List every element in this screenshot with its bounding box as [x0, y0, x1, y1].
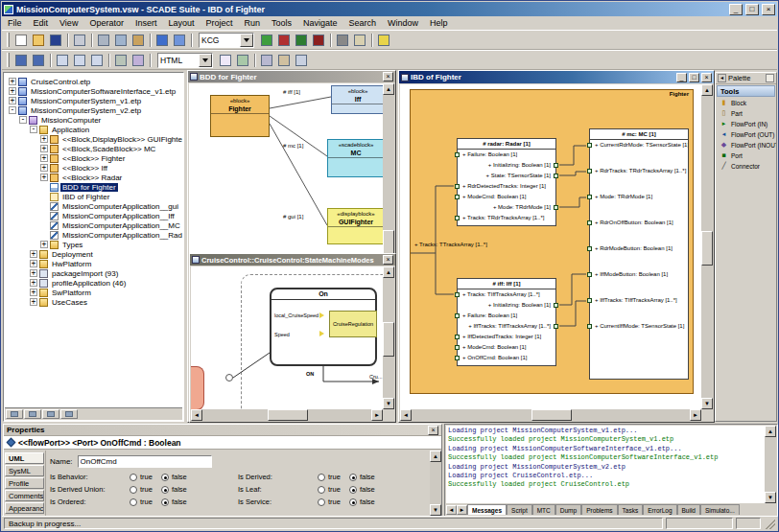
properties-scrollbar[interactable]: ▲▼ [430, 451, 441, 516]
tracks-flow-label[interactable]: + Tracks: TTracksArray [1..*] [414, 242, 487, 247]
tree-expander-icon[interactable]: - [19, 116, 27, 124]
stop-icon[interactable] [310, 32, 327, 48]
menu-item[interactable]: Tools [266, 17, 297, 29]
ibd-horizontal-scrollbar[interactable]: ◄► [400, 409, 701, 421]
undo-icon[interactable] [153, 32, 171, 48]
open-icon[interactable] [30, 32, 47, 48]
tree-expander-icon[interactable]: + [30, 289, 37, 296]
bdd-window-titlebar[interactable]: BDD for Fighter × [188, 71, 395, 82]
radio-false[interactable] [349, 474, 357, 481]
tree-item[interactable]: MissionComputerApplication__Iff [5, 211, 182, 220]
flowport[interactable]: + RdrDetectedTracks: Integer [1] [458, 181, 555, 192]
tree-expander-icon[interactable]: + [9, 87, 16, 95]
back-icon[interactable] [12, 52, 30, 68]
scroll-left-icon[interactable]: ◄ [191, 409, 202, 421]
flowport[interactable]: + Failure: Boolean [1] [458, 150, 555, 160]
flowport-icon[interactable] [455, 356, 460, 360]
flowport-icon[interactable] [455, 292, 460, 297]
flowport[interactable]: + Initializing: Boolean [1] [458, 160, 555, 171]
scroll-right-icon[interactable]: ► [371, 409, 383, 421]
flowport[interactable]: + OnOffCmd: Boolean [1] [458, 353, 555, 363]
scroll-thumb[interactable] [268, 409, 308, 421]
titlebar[interactable]: MissionComputerSystem.vsw - SCADE Suite … [2, 2, 777, 16]
redo-icon[interactable] [171, 32, 188, 48]
toolbar-separator[interactable] [188, 32, 195, 48]
state-on[interactable]: On local_CruiseSpeed Speed CruiseRegulat… [270, 288, 377, 366]
flowport[interactable]: + IffModeButton: Boolean [1] [590, 269, 688, 280]
scroll-up-icon[interactable]: ▲ [701, 84, 713, 96]
align-icon[interactable] [258, 52, 275, 68]
scroll-thumb[interactable] [531, 409, 572, 421]
palette-tool[interactable]: Part [716, 108, 776, 119]
flowport[interactable]: + IffTracks: TIffTracksArray [1..*] [458, 321, 555, 332]
block-guifighter[interactable]: «displayblock» GUIFighter [327, 208, 383, 244]
flowport-icon[interactable] [587, 272, 592, 277]
flowport-icon[interactable] [587, 220, 592, 225]
menu-item[interactable]: Window [382, 17, 424, 29]
menu-item[interactable]: Navigate [297, 17, 343, 29]
scroll-thumb[interactable] [701, 231, 713, 266]
output-tab[interactable]: ErrorLog [643, 504, 676, 515]
group-icon[interactable] [275, 52, 293, 68]
palette-tool[interactable]: FlowPort (INOUT) [716, 140, 776, 150]
resize-grip[interactable] [764, 518, 775, 529]
flowport[interactable]: + Mode: TRdrMode [1] [458, 202, 555, 213]
scroll-up-icon[interactable]: ▲ [430, 451, 441, 462]
tree-item[interactable]: + Deployment [5, 249, 182, 259]
palette-tool[interactable]: Block [716, 98, 776, 108]
report-format-combo[interactable]: HTML [157, 53, 213, 68]
toolbar-separator[interactable] [88, 32, 95, 48]
palette-tool[interactable]: Connector [716, 161, 776, 172]
settings-icon[interactable] [334, 32, 351, 48]
part-iff[interactable]: # iff: Iff [1] + Tracks: TIffTracksArray… [457, 278, 556, 366]
menu-item[interactable]: Layout [162, 17, 200, 29]
initial-state-icon[interactable] [225, 374, 233, 382]
output-tab[interactable]: Messages [467, 504, 507, 515]
output-scrollbar[interactable]: ▲▼ [765, 426, 776, 503]
output-tab[interactable]: Tasks [618, 504, 644, 515]
tree-item[interactable]: + packageImport (93) [5, 268, 182, 278]
tab-file-view[interactable] [24, 409, 41, 419]
tree-item[interactable]: + <<Block>> Fighter [5, 153, 182, 163]
forward-icon[interactable] [30, 52, 47, 68]
block-iff[interactable]: «block» Iff [331, 85, 383, 114]
bring-front-icon[interactable] [293, 52, 310, 68]
connector-label-gui[interactable]: # gui [1] [283, 214, 303, 220]
palette-tool[interactable]: FlowPort (IN) [716, 119, 776, 129]
flowport[interactable]: + IffDetectedTracks: Integer [1] [458, 332, 555, 342]
pin-icon[interactable] [766, 74, 774, 82]
tree-expander-icon[interactable]: + [30, 269, 37, 277]
ibd-vertical-scrollbar[interactable]: ▲▼ [701, 84, 713, 409]
tree-expander-icon[interactable]: + [40, 154, 48, 162]
radio-false[interactable] [349, 498, 357, 506]
scroll-thumb[interactable] [383, 322, 394, 357]
properties-tab[interactable]: Appearance [5, 502, 44, 514]
tree-item[interactable]: + MissionComputerSoftwareInterface_v1.et… [5, 86, 182, 96]
export-icon[interactable] [234, 52, 251, 68]
tree-item[interactable]: MissionComputerApplication__MC [5, 220, 182, 230]
connector-label-mc[interactable]: # mc [1] [283, 143, 303, 149]
toolbar-grip[interactable] [7, 33, 10, 47]
properties-titlebar[interactable]: Properties × [4, 425, 441, 436]
cut-icon[interactable] [95, 32, 112, 48]
tree-item[interactable]: + profileApplication (46) [5, 278, 182, 288]
tree-expander-icon[interactable]: + [30, 279, 37, 287]
state-partial[interactable] [191, 366, 204, 409]
tree-item[interactable]: - MissionComputer [5, 115, 182, 125]
report-icon[interactable] [351, 32, 368, 48]
doc-gen-icon[interactable] [217, 52, 234, 68]
tree-item[interactable]: MissionComputerApplication__Radar [5, 230, 182, 240]
menu-item[interactable]: File [2, 17, 28, 29]
scroll-right-icon[interactable]: ► [690, 409, 701, 421]
properties-tab[interactable]: SysML [5, 465, 44, 476]
scroll-up-icon[interactable]: ▲ [765, 426, 776, 437]
flowport-icon[interactable] [455, 195, 460, 199]
run-icon[interactable] [293, 32, 310, 48]
collapse-palette-icon[interactable] [718, 74, 726, 82]
radio-true[interactable] [130, 498, 137, 506]
tree-item[interactable]: - Application [5, 125, 182, 134]
tree-item[interactable]: + <<Block,ScadeBlock>> MC [5, 144, 182, 153]
zoom-fit-icon[interactable] [88, 52, 106, 68]
tree-expander-icon[interactable]: + [30, 260, 37, 267]
scroll-up-icon[interactable]: ▲ [383, 266, 394, 278]
